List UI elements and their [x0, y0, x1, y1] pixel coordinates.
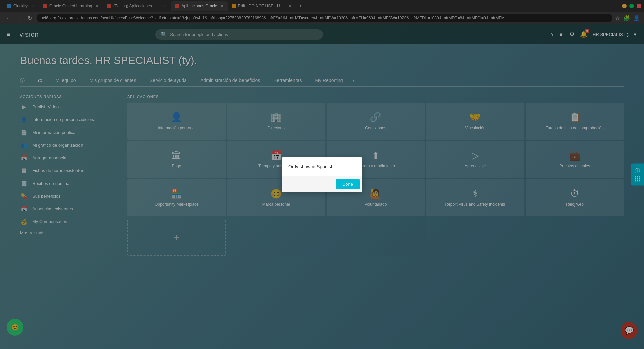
- modal-footer: Done: [282, 176, 362, 192]
- modal-done-button[interactable]: Done: [336, 179, 360, 189]
- modal-box: Only show in Spanish Done: [282, 157, 362, 192]
- modal-body: Only show in Spanish: [282, 157, 362, 176]
- modal-overlay: Only show in Spanish Done: [0, 0, 644, 349]
- modal-text: Only show in Spanish: [288, 164, 334, 169]
